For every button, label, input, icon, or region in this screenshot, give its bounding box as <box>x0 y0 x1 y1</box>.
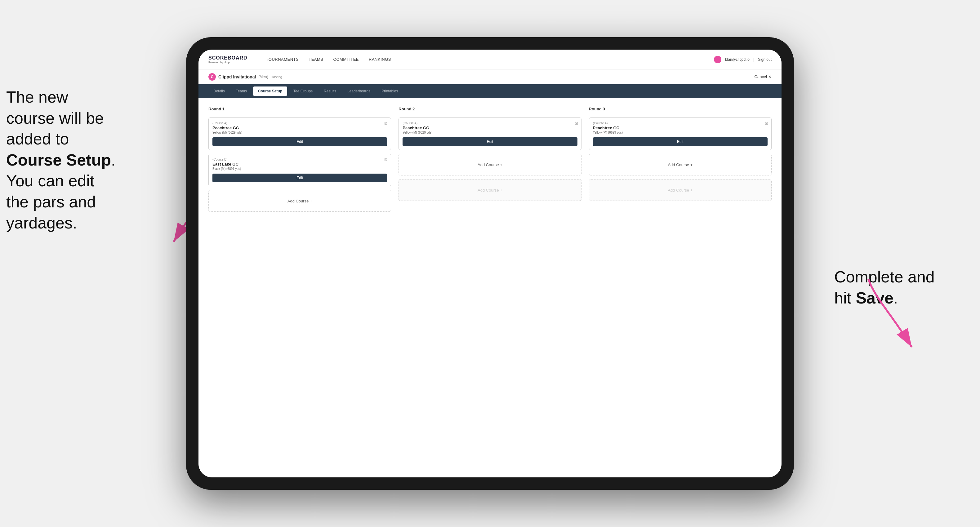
course-b-edit-button[interactable]: Edit <box>212 174 387 182</box>
tab-course-setup[interactable]: Course Setup <box>253 86 287 96</box>
course-b-details: Black (M) (6891 yds) <box>212 167 387 170</box>
nav-teams[interactable]: TEAMS <box>309 56 323 63</box>
round-3-course-a-edit-button[interactable]: Edit <box>593 137 768 146</box>
round-3-course-a-details: Yellow (M) (6629 yds) <box>593 131 768 134</box>
user-email: blair@clippd.io <box>725 57 749 62</box>
round-3-add-course-button[interactable]: Add Course + <box>589 154 772 175</box>
round-2-add-course-text: Add Course + <box>477 162 503 167</box>
brand-name: SCOREBOARD <box>208 55 248 61</box>
round-1-add-course-button[interactable]: Add Course + <box>208 190 391 212</box>
cancel-button[interactable]: Cancel ✕ <box>754 75 772 79</box>
course-a-name: Peachtree GC <box>212 125 387 130</box>
tab-teams[interactable]: Teams <box>231 86 252 96</box>
top-nav: SCOREBOARD Powered by clippd TOURNAMENTS… <box>199 49 781 70</box>
round-1-course-a-card: ⊠ (Course A) Peachtree GC Yellow (M) (66… <box>208 117 391 150</box>
rounds-grid: Round 1 ⊠ (Course A) Peachtree GC Yellow… <box>208 106 772 212</box>
course-a-details: Yellow (M) (6629 yds) <box>212 131 387 134</box>
tab-printables[interactable]: Printables <box>377 86 403 96</box>
round-2-course-a-details: Yellow (M) (6629 yds) <box>402 131 577 134</box>
sign-out-link[interactable]: Sign out <box>758 57 772 62</box>
course-a-label: (Course A) <box>212 122 387 125</box>
brand: SCOREBOARD Powered by clippd <box>208 55 248 64</box>
round-1-title: Round 1 <box>208 106 391 111</box>
right-arrow <box>843 273 931 360</box>
nav-committee[interactable]: COMMITTEE <box>333 56 359 63</box>
main-content: Round 1 ⊠ (Course A) Peachtree GC Yellow… <box>199 98 781 478</box>
course-b-name: East Lake GC <box>212 162 387 167</box>
hosting-badge: Hosting <box>271 75 282 79</box>
round-3-course-a-delete-icon[interactable]: ⊠ <box>765 121 768 125</box>
round-1-column: Round 1 ⊠ (Course A) Peachtree GC Yellow… <box>208 106 391 212</box>
round-2-add-course-disabled: Add Course + <box>399 179 581 201</box>
round-1-add-course-text: Add Course + <box>288 199 312 203</box>
nav-divider: | <box>753 57 754 62</box>
round-2-course-a-card: ⊠ (Course A) Peachtree GC Yellow (M) (66… <box>399 117 581 150</box>
tablet-frame: SCOREBOARD Powered by clippd TOURNAMENTS… <box>186 37 794 490</box>
course-b-delete-icon[interactable]: ⊠ <box>384 157 388 162</box>
round-2-column: Round 2 ⊠ (Course A) Peachtree GC Yellow… <box>399 106 581 212</box>
course-a-delete-icon[interactable]: ⊠ <box>384 121 388 125</box>
round-3-column: Round 3 ⊠ (Course A) Peachtree GC Yellow… <box>589 106 772 212</box>
sub-nav: C Clippd Invitational (Men) Hosting Canc… <box>199 70 781 84</box>
round-3-add-course-disabled: Add Course + <box>589 179 772 201</box>
round-2-course-a-edit-button[interactable]: Edit <box>402 137 577 146</box>
c-logo: C <box>208 73 216 81</box>
nav-rankings[interactable]: RANKINGS <box>369 56 391 63</box>
annotation-left: The new course will be added to Course S… <box>6 87 167 233</box>
round-2-course-a-name: Peachtree GC <box>402 125 577 130</box>
round-3-course-a-name: Peachtree GC <box>593 125 768 130</box>
course-b-label: (Course B) <box>212 158 387 161</box>
tournament-info: C Clippd Invitational (Men) Hosting <box>208 73 282 81</box>
tab-leaderboards[interactable]: Leaderboards <box>342 86 375 96</box>
nav-links: TOURNAMENTS TEAMS COMMITTEE RANKINGS <box>266 56 702 63</box>
round-2-course-a-label: (Course A) <box>402 122 577 125</box>
round-3-course-a-label: (Course A) <box>593 122 768 125</box>
nav-tournaments[interactable]: TOURNAMENTS <box>266 56 299 63</box>
round-3-title: Round 3 <box>589 106 772 111</box>
round-2-add-course-disabled-text: Add Course + <box>477 188 503 192</box>
tab-bar: Details Teams Course Setup Tee Groups Re… <box>199 84 781 98</box>
brand-sub: Powered by clippd <box>208 61 248 64</box>
round-2-course-a-delete-icon[interactable]: ⊠ <box>575 121 578 125</box>
round-3-add-course-disabled-text: Add Course + <box>668 188 692 192</box>
tournament-format: (Men) <box>258 75 268 79</box>
avatar <box>714 56 721 63</box>
cancel-icon: ✕ <box>768 75 772 79</box>
tournament-name: Clippd Invitational <box>218 75 256 79</box>
round-3-course-a-card: ⊠ (Course A) Peachtree GC Yellow (M) (66… <box>589 117 772 150</box>
course-a-edit-button[interactable]: Edit <box>212 137 387 146</box>
round-1-course-b-card: ⊠ (Course B) East Lake GC Black (M) (689… <box>208 154 391 186</box>
tab-results[interactable]: Results <box>319 86 341 96</box>
nav-right: blair@clippd.io | Sign out <box>714 56 772 63</box>
tab-tee-groups[interactable]: Tee Groups <box>288 86 318 96</box>
round-2-title: Round 2 <box>399 106 581 111</box>
round-3-add-course-text: Add Course + <box>668 162 692 167</box>
round-2-add-course-button[interactable]: Add Course + <box>399 154 581 175</box>
tab-details[interactable]: Details <box>208 86 230 96</box>
tablet-screen: SCOREBOARD Powered by clippd TOURNAMENTS… <box>199 49 781 478</box>
